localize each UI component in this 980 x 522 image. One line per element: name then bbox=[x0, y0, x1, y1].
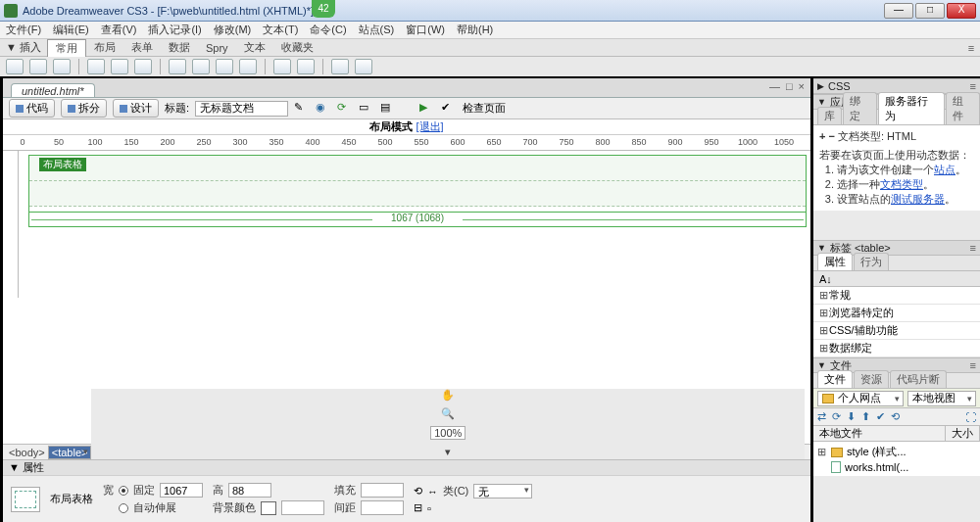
checkout-icon[interactable]: ✔ bbox=[876, 410, 885, 423]
tool-icon[interactable] bbox=[355, 59, 372, 74]
tag-cat-css[interactable]: ⊞CSS/辅助功能 bbox=[813, 322, 980, 340]
tag-cat-data[interactable]: ⊞数据绑定 bbox=[813, 340, 980, 357]
doc-minimize-icon[interactable]: — bbox=[769, 80, 780, 92]
css-panel-header[interactable]: CSS bbox=[828, 80, 851, 92]
files-tab-files[interactable]: 文件 bbox=[817, 370, 853, 388]
maximize-button[interactable]: □ bbox=[915, 3, 945, 19]
view-select[interactable]: 本地视图 bbox=[907, 391, 976, 406]
get-icon[interactable]: ⬇ bbox=[847, 410, 856, 423]
tool-icon[interactable] bbox=[297, 59, 315, 74]
remove-nesting-icon[interactable]: ⊟ bbox=[414, 501, 422, 514]
check-icon[interactable]: ▶ bbox=[419, 101, 435, 117]
col-size[interactable]: 大小 bbox=[946, 426, 980, 441]
menu-window[interactable]: 窗口(W) bbox=[406, 23, 445, 37]
menu-file[interactable]: 文件(F) bbox=[6, 23, 41, 37]
tool-icon[interactable] bbox=[134, 59, 152, 74]
check2-icon[interactable]: ✔ bbox=[441, 101, 457, 117]
menu-help[interactable]: 帮助(H) bbox=[457, 23, 493, 37]
close-button[interactable]: X bbox=[947, 3, 976, 19]
files-tab-assets[interactable]: 资源 bbox=[854, 370, 889, 388]
tool-icon[interactable] bbox=[239, 59, 257, 74]
insert-tab-fav[interactable]: 收藏夹 bbox=[273, 39, 321, 56]
sync-icon[interactable]: ⟲ bbox=[891, 410, 900, 423]
app-tab-database[interactable]: 库 bbox=[817, 107, 842, 124]
design-view-button[interactable]: 设计 bbox=[113, 99, 159, 118]
menu-modify[interactable]: 修改(M) bbox=[214, 23, 252, 37]
site-select[interactable]: 个人网点 bbox=[817, 391, 904, 406]
connect-icon[interactable]: ⇄ bbox=[817, 410, 826, 423]
bgcolor-input[interactable] bbox=[281, 500, 324, 515]
page-title-input[interactable] bbox=[195, 101, 288, 117]
put-icon[interactable]: ⬆ bbox=[861, 410, 870, 423]
zoom-select[interactable]: 100% bbox=[430, 426, 466, 440]
class-select[interactable]: 无 bbox=[473, 484, 532, 498]
tool-icon[interactable] bbox=[87, 59, 105, 74]
insert-tab-text[interactable]: 文本 bbox=[236, 39, 273, 56]
insert-tab-forms[interactable]: 表单 bbox=[123, 39, 161, 56]
height-input[interactable] bbox=[228, 483, 271, 498]
doctype-link[interactable]: 文档类型 bbox=[880, 178, 923, 190]
doc-close-icon[interactable]: × bbox=[799, 80, 805, 92]
menu-view[interactable]: 查看(V) bbox=[101, 23, 137, 37]
app-tab-bindings[interactable]: 绑定 bbox=[843, 92, 877, 124]
app-tab-behaviors[interactable]: 服务器行为 bbox=[878, 92, 944, 124]
menu-edit[interactable]: 编辑(E) bbox=[53, 23, 89, 37]
menu-text[interactable]: 文本(T) bbox=[263, 23, 298, 37]
tool-icon[interactable] bbox=[6, 59, 24, 74]
refresh-icon[interactable]: ⟳ bbox=[832, 410, 841, 423]
hand-tool-icon[interactable]: ✋ bbox=[441, 389, 455, 402]
cellpad-input[interactable] bbox=[361, 483, 404, 498]
properties-header[interactable]: ▼ 属性 bbox=[9, 460, 44, 475]
design-canvas[interactable]: 布局表格 1067 (1068) bbox=[19, 151, 810, 298]
expand-icon[interactable]: ⛶ bbox=[965, 411, 976, 423]
menu-commands[interactable]: 命令(C) bbox=[310, 23, 346, 37]
tool-icon[interactable] bbox=[111, 59, 128, 74]
width-input[interactable] bbox=[160, 483, 203, 498]
testserver-link[interactable]: 测试服务器 bbox=[891, 193, 945, 205]
insert-label[interactable]: ▼ 插入 bbox=[0, 40, 47, 55]
code-view-button[interactable]: 代码 bbox=[9, 99, 55, 118]
sort-az-icon[interactable]: A↓ bbox=[819, 273, 832, 285]
tag-selector[interactable]: <body> <table> bbox=[9, 447, 91, 458]
col-localfiles[interactable]: 本地文件 bbox=[813, 426, 946, 441]
insert-tab-layout[interactable]: 布局 bbox=[86, 39, 123, 56]
files-tab-snippets[interactable]: 代码片断 bbox=[890, 370, 947, 388]
fixed-label[interactable]: 固定 bbox=[133, 483, 155, 498]
tag-tab-attrs[interactable]: 属性 bbox=[817, 253, 853, 270]
tag-tab-behaviors[interactable]: 行为 bbox=[854, 253, 889, 270]
refresh-icon[interactable]: ⟳ bbox=[337, 101, 353, 117]
options-icon[interactable]: ▭ bbox=[359, 101, 374, 117]
make-widths-icon[interactable]: ↔ bbox=[427, 486, 438, 498]
doc-restore-icon[interactable]: □ bbox=[786, 80, 793, 92]
tool-icon[interactable] bbox=[29, 59, 47, 74]
minimize-button[interactable]: — bbox=[884, 3, 913, 19]
menu-site[interactable]: 站点(S) bbox=[359, 23, 395, 37]
menu-insert[interactable]: 插入记录(I) bbox=[148, 23, 201, 37]
panel-menu-icon[interactable]: ≡ bbox=[970, 242, 976, 254]
panel-menu-icon[interactable]: ≡ bbox=[970, 80, 976, 92]
tool-icon[interactable] bbox=[53, 59, 71, 74]
insert-tab-common[interactable]: 常用 bbox=[47, 39, 86, 57]
file-tree-item[interactable]: works.html(... bbox=[817, 460, 976, 474]
document-tab[interactable]: untitled.html* bbox=[11, 83, 95, 97]
tool-icon[interactable] bbox=[273, 59, 291, 74]
site-link[interactable]: 站点 bbox=[934, 164, 956, 175]
fixed-radio[interactable] bbox=[119, 486, 128, 496]
globe-icon[interactable]: ◉ bbox=[316, 101, 331, 117]
insert-tab-spry[interactable]: Spry bbox=[198, 41, 236, 55]
clear-heights-icon[interactable]: ⟲ bbox=[414, 485, 422, 498]
tool-icon[interactable] bbox=[331, 59, 349, 74]
tag-cat-browser[interactable]: ⊞浏览器特定的 bbox=[813, 305, 980, 322]
panel-menu-icon[interactable]: ≡ bbox=[970, 359, 976, 371]
split-view-button[interactable]: 拆分 bbox=[61, 99, 107, 118]
tool-icon[interactable] bbox=[169, 59, 186, 74]
tool-icon[interactable] bbox=[192, 59, 210, 74]
auto-radio[interactable] bbox=[119, 503, 128, 513]
check-page-label[interactable]: 检查页面 bbox=[463, 101, 506, 116]
file-tree-item[interactable]: ⊞style (样式... bbox=[817, 444, 976, 460]
cellspace-input[interactable] bbox=[361, 500, 404, 515]
layout-table[interactable]: 布局表格 1067 (1068) bbox=[28, 155, 807, 227]
auto-label[interactable]: 自动伸展 bbox=[133, 500, 176, 515]
exit-layout-link[interactable]: [退出] bbox=[416, 120, 443, 132]
bgcolor-swatch[interactable] bbox=[261, 501, 276, 515]
